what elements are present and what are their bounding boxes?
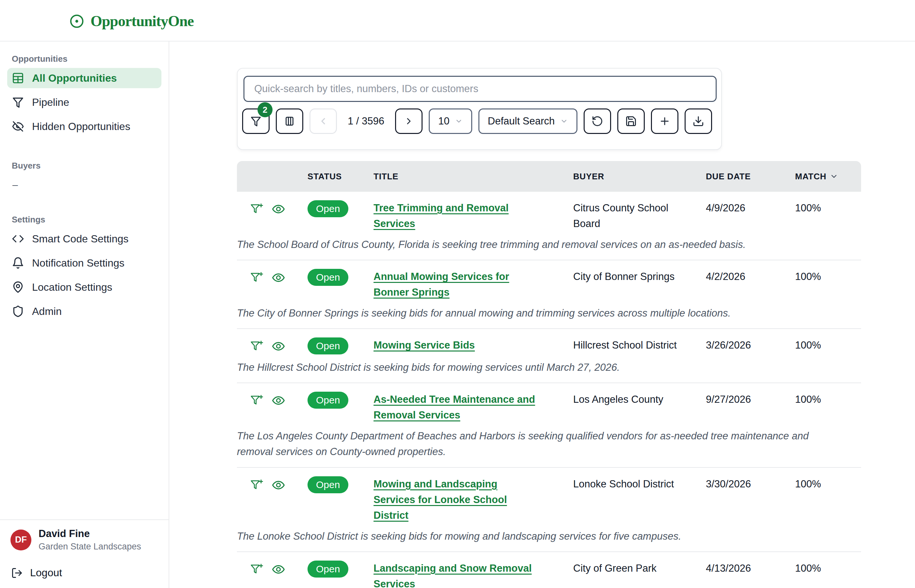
eye-icon[interactable] [272, 339, 285, 353]
brand-name: OpportunityOne [91, 13, 194, 30]
due-date-cell: 4/13/2026 [706, 561, 795, 576]
column-header-match[interactable]: MATCH [795, 171, 861, 182]
sidebar-item-notification-settings[interactable]: Notification Settings [7, 253, 162, 273]
sidebar-item-all-opportunities[interactable]: All Opportunities [7, 68, 162, 88]
shield-icon [12, 305, 24, 318]
sidebar-item-label: Smart Code Settings [32, 233, 128, 245]
row-description: The Hillcrest School District is seeking… [237, 360, 812, 375]
due-date-cell: 3/30/2026 [706, 476, 795, 492]
filter-plus-icon[interactable] [250, 340, 263, 353]
eye-icon[interactable] [272, 394, 285, 407]
next-page-button[interactable] [395, 108, 422, 134]
match-cell: 100% [795, 392, 861, 407]
opportunities-table: STATUS TITLE BUYER DUE DATE MATCH Open T… [237, 161, 861, 588]
user-name: David Fine [39, 528, 141, 540]
table-icon [12, 72, 24, 84]
column-header-title[interactable]: TITLE [373, 171, 573, 182]
status-badge: Open [307, 269, 348, 286]
row-description: The City of Bonner Springs is seeking bi… [237, 305, 812, 321]
opportunity-title-link[interactable]: Mowing and Landscaping Services for Lono… [373, 476, 537, 523]
columns-icon [284, 115, 296, 127]
table-row: Open Mowing and Landscaping Services for… [237, 468, 861, 552]
chevron-down-icon [455, 117, 463, 125]
logout-button[interactable]: Logout [10, 567, 158, 579]
opportunity-title-link[interactable]: As-Needed Tree Maintenance and Removal S… [373, 392, 537, 423]
opportunity-title-link[interactable]: Landscaping and Snow Removal Services [373, 561, 537, 588]
sidebar-item-label: Hidden Opportunities [32, 121, 130, 132]
circle-dot-icon [70, 14, 84, 28]
buyers-empty-value: – [13, 179, 162, 191]
sidebar-item-admin[interactable]: Admin [7, 301, 162, 321]
opportunity-title-link[interactable]: Mowing Service Bids [373, 338, 475, 353]
columns-button[interactable] [276, 108, 303, 134]
buyer-cell: City of Green Park [573, 561, 684, 576]
filter-plus-icon[interactable] [250, 478, 263, 492]
user-block: DF David Fine Garden State Landscapes Lo… [0, 519, 169, 588]
eye-icon[interactable] [272, 478, 285, 492]
page-size-value: 10 [438, 115, 449, 127]
funnel-icon [250, 115, 262, 127]
chevron-left-icon [318, 116, 328, 126]
filter-plus-icon[interactable] [250, 394, 263, 407]
status-badge: Open [307, 392, 348, 409]
due-date-cell: 4/9/2026 [706, 200, 795, 216]
sidebar-item-label: Location Settings [32, 281, 112, 293]
opportunity-title-link[interactable]: Tree Trimming and Removal Services [373, 200, 537, 232]
row-description: The Los Angeles County Department of Bea… [237, 428, 812, 460]
due-date-cell: 9/27/2026 [706, 392, 795, 407]
quick-search-input[interactable] [244, 76, 717, 102]
save-search-button[interactable] [617, 108, 645, 134]
download-icon [692, 115, 704, 127]
opportunity-title-link[interactable]: Annual Mowing Services for Bonner Spring… [373, 269, 537, 300]
chevron-down-icon [830, 172, 838, 181]
map-pin-icon [12, 281, 24, 293]
eye-icon[interactable] [272, 202, 285, 216]
match-cell: 100% [795, 269, 861, 284]
user-company: Garden State Landscapes [39, 542, 141, 552]
chevron-right-icon [404, 116, 414, 126]
filter-plus-icon[interactable] [250, 563, 263, 576]
column-header-buyer[interactable]: BUYER [573, 171, 706, 182]
status-badge: Open [307, 338, 348, 354]
sidebar-item-location-settings[interactable]: Location Settings [7, 277, 162, 297]
page-size-select[interactable]: 10 [429, 108, 472, 134]
funnel-icon [12, 96, 24, 108]
add-button[interactable] [651, 108, 678, 134]
logout-label: Logout [30, 567, 62, 579]
table-row: Open Mowing Service Bids Hillcrest Schoo… [237, 329, 861, 383]
reset-button[interactable] [584, 108, 611, 134]
section-label-opportunities: Opportunities [12, 54, 162, 64]
app-header: OpportunityOne [0, 0, 915, 42]
sidebar-item-hidden-opportunities[interactable]: Hidden Opportunities [7, 116, 162, 137]
table-row: Open Tree Trimming and Removal Services … [237, 192, 861, 260]
eye-icon[interactable] [272, 271, 285, 284]
match-cell: 100% [795, 200, 861, 216]
logout-icon [11, 567, 23, 579]
sidebar-item-pipeline[interactable]: Pipeline [7, 92, 162, 112]
sidebar-item-smart-code-settings[interactable]: Smart Code Settings [7, 229, 162, 249]
eye-icon[interactable] [272, 562, 285, 576]
filter-plus-icon[interactable] [250, 271, 263, 284]
table-header: STATUS TITLE BUYER DUE DATE MATCH [237, 161, 861, 192]
column-header-due-date[interactable]: DUE DATE [706, 171, 795, 182]
page-indicator: 1 / 3596 [348, 115, 384, 127]
column-header-status[interactable]: STATUS [307, 171, 373, 182]
prev-page-button[interactable] [309, 108, 337, 134]
export-button[interactable] [685, 108, 712, 134]
table-row: Open Landscaping and Snow Removal Servic… [237, 552, 861, 588]
table-row: Open As-Needed Tree Maintenance and Remo… [237, 383, 861, 467]
app-logo: OpportunityOne [70, 13, 194, 30]
section-label-buyers: Buyers [12, 161, 162, 171]
avatar: DF [10, 530, 31, 551]
filter-plus-icon[interactable] [250, 202, 263, 216]
buyer-cell: Los Angeles County [573, 392, 684, 407]
save-icon [625, 115, 637, 127]
buyer-cell: Lonoke School District [573, 476, 684, 492]
status-badge: Open [307, 561, 348, 578]
plus-icon [659, 115, 671, 127]
buyer-cell: City of Bonner Springs [573, 269, 684, 284]
toolbar-card: 2 1 / 3596 10 Default Search [237, 68, 722, 150]
filter-button[interactable]: 2 [242, 108, 270, 134]
saved-search-select[interactable]: Default Search [479, 108, 577, 134]
section-label-settings: Settings [12, 215, 162, 225]
